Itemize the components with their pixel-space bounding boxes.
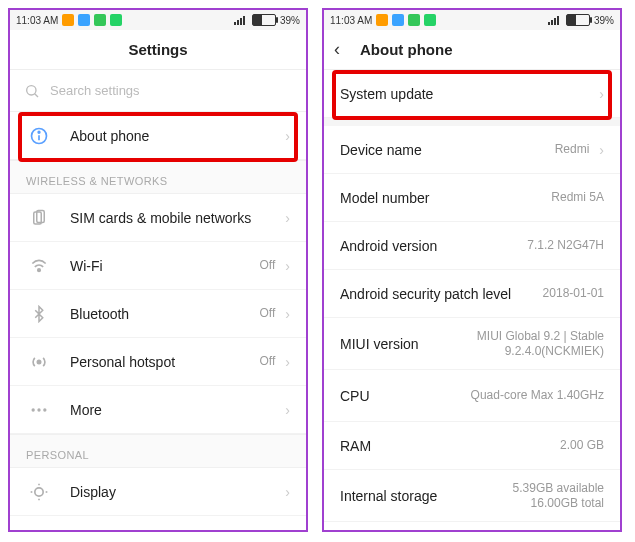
status-bar: 11:03 AM 39%: [324, 10, 620, 30]
back-button[interactable]: ‹: [334, 39, 340, 60]
row-label: Model number: [340, 190, 551, 206]
chevron-right-icon: ›: [599, 142, 604, 158]
row-value: Quad-core Max 1.40GHz: [471, 388, 604, 403]
hotspot-icon: [26, 349, 52, 375]
battery-icon: [566, 14, 590, 26]
row-value: 2.00 GB: [560, 438, 604, 453]
chevron-right-icon: ›: [285, 306, 290, 322]
about-list: System update › Device name Redmi › Mode…: [324, 70, 620, 530]
status-app-icon: [376, 14, 388, 26]
wifi-icon: [26, 253, 52, 279]
chevron-right-icon: ›: [285, 402, 290, 418]
row-miui-version[interactable]: MIUI version MIUI Global 9.2 | Stable 9.…: [324, 318, 620, 370]
row-value: Redmi: [555, 142, 590, 157]
svg-point-9: [32, 408, 35, 411]
row-label: CPU: [340, 388, 471, 404]
status-bar: 11:03 AM 39%: [10, 10, 306, 30]
chevron-right-icon: ›: [285, 210, 290, 226]
row-label: Device name: [340, 142, 555, 158]
svg-point-4: [38, 131, 40, 133]
page-title: About phone: [360, 41, 452, 58]
wallpaper-icon: [26, 527, 52, 530]
signal-icon: [234, 15, 248, 25]
chevron-right-icon: ›: [285, 258, 290, 274]
search-bar[interactable]: Search settings: [10, 70, 306, 112]
row-android-version[interactable]: Android version 7.1.2 N2G47H: [324, 222, 620, 270]
battery-icon: [252, 14, 276, 26]
chevron-right-icon: ›: [285, 128, 290, 144]
row-cpu[interactable]: CPU Quad-core Max 1.40GHz: [324, 370, 620, 422]
row-value: Off: [260, 306, 276, 321]
row-label: Android version: [340, 238, 527, 254]
row-label: SIM cards & mobile networks: [70, 210, 275, 226]
sim-icon: [26, 205, 52, 231]
status-time: 11:03 AM: [330, 15, 372, 26]
settings-screen: 11:03 AM 39% Settings Search settings Ab…: [8, 8, 308, 532]
row-label: About phone: [70, 128, 275, 144]
divider: [324, 118, 620, 126]
row-about-phone[interactable]: About phone ›: [10, 112, 306, 160]
row-value: 7.1.2 N2G47H: [527, 238, 604, 253]
row-model[interactable]: Model number Redmi 5A: [324, 174, 620, 222]
row-value: 5.39GB available 16.00GB total: [464, 481, 604, 511]
row-ram[interactable]: RAM 2.00 GB: [324, 422, 620, 470]
row-system-update[interactable]: System update ›: [324, 70, 620, 118]
svg-point-7: [38, 268, 41, 271]
row-wallpaper[interactable]: Wallpaper ›: [10, 516, 306, 530]
row-label: Android security patch level: [340, 286, 543, 302]
row-value: Off: [260, 354, 276, 369]
section-header-personal: PERSONAL: [10, 434, 306, 468]
svg-point-0: [27, 85, 36, 94]
row-sim-cards[interactable]: SIM cards & mobile networks ›: [10, 194, 306, 242]
row-storage[interactable]: Internal storage 5.39GB available 16.00G…: [324, 470, 620, 522]
status-app-icon: [78, 14, 90, 26]
status-app-icon: [408, 14, 420, 26]
row-label: Personal hotspot: [70, 354, 260, 370]
signal-icon: [548, 15, 562, 25]
title-bar: ‹ About phone: [324, 30, 620, 70]
row-baseband[interactable]: Baseband version MPSS.JO.3.0-00369-8937_…: [324, 522, 620, 530]
svg-point-10: [37, 408, 40, 411]
svg-point-11: [43, 408, 46, 411]
page-title: Settings: [128, 41, 187, 58]
row-patch-level[interactable]: Android security patch level 2018-01-01: [324, 270, 620, 318]
row-label: RAM: [340, 438, 560, 454]
row-label: Wi-Fi: [70, 258, 260, 274]
battery-pct: 39%: [594, 15, 614, 26]
row-wifi[interactable]: Wi-Fi Off ›: [10, 242, 306, 290]
row-value: 2018-01-01: [543, 286, 604, 301]
svg-point-8: [37, 360, 40, 363]
display-icon: [26, 479, 52, 505]
row-more[interactable]: More ›: [10, 386, 306, 434]
status-time: 11:03 AM: [16, 15, 58, 26]
status-app-icon: [392, 14, 404, 26]
row-label: Bluetooth: [70, 306, 260, 322]
bluetooth-icon: [26, 301, 52, 327]
row-bluetooth[interactable]: Bluetooth Off ›: [10, 290, 306, 338]
more-icon: [26, 397, 52, 423]
row-display[interactable]: Display ›: [10, 468, 306, 516]
row-label: System update: [340, 86, 589, 102]
chevron-right-icon: ›: [285, 484, 290, 500]
battery-pct: 39%: [280, 15, 300, 26]
row-hotspot[interactable]: Personal hotspot Off ›: [10, 338, 306, 386]
row-label: MIUI version: [340, 336, 464, 352]
whatsapp-icon: [424, 14, 436, 26]
row-value: MPSS.JO.3.0-00369-8937_GENNS_PACK-2_V045: [464, 529, 604, 530]
row-label: Internal storage: [340, 488, 464, 504]
search-icon: [24, 83, 40, 99]
title-bar: Settings: [10, 30, 306, 70]
chevron-right-icon: ›: [599, 86, 604, 102]
row-device-name[interactable]: Device name Redmi ›: [324, 126, 620, 174]
svg-line-1: [35, 93, 38, 96]
svg-point-12: [35, 487, 43, 495]
search-placeholder: Search settings: [50, 83, 140, 98]
row-label: More: [70, 402, 275, 418]
chevron-right-icon: ›: [285, 354, 290, 370]
settings-list: About phone › WIRELESS & NETWORKS SIM ca…: [10, 112, 306, 530]
row-value: Off: [260, 258, 276, 273]
status-app-icon: [62, 14, 74, 26]
info-icon: [26, 123, 52, 149]
row-value: MIUI Global 9.2 | Stable 9.2.4.0(NCKMIEK…: [464, 329, 604, 359]
row-value: Redmi 5A: [551, 190, 604, 205]
